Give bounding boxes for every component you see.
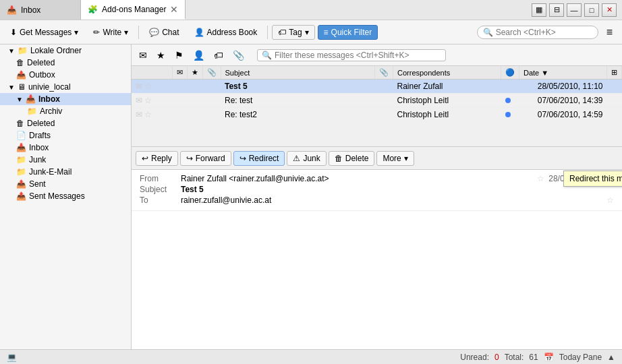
to-star-icon[interactable]: ☆	[606, 195, 614, 205]
from-label: From	[140, 174, 177, 183]
col-header-read[interactable]: ✉	[172, 66, 187, 80]
sidebar-label-outbox: Outbox	[29, 70, 55, 80]
layout-btn[interactable]: ⊟	[549, 3, 564, 17]
app-menu-button[interactable]: ≡	[601, 24, 618, 40]
sidebar-label-sent: Sent	[29, 179, 46, 189]
sidebar-item-junk-email[interactable]: 📁 Junk-E-Mail	[0, 166, 131, 178]
sidebar-item-junk[interactable]: 📁 Junk	[0, 154, 131, 166]
msg-toolbar-flag-icon[interactable]: ⚑	[171, 48, 187, 63]
sidebar-item-lokale-ordner[interactable]: ▼ 📁 Lokale Ordner	[0, 44, 131, 57]
msg-toolbar-tag2-icon[interactable]: 🏷	[210, 48, 227, 63]
msg-from-row: From Rainer Zufall <rainer.zufall@univie…	[140, 174, 614, 183]
forward-button[interactable]: ↪ Forward	[180, 151, 231, 166]
row-correspondent[interactable]: Christoph Leitl	[393, 108, 501, 122]
minimize-btn[interactable]: —	[567, 3, 582, 17]
inbox-folder-icon: 📥	[26, 94, 36, 104]
outbox-icon: 📤	[16, 70, 26, 80]
table-row[interactable]: ✉ ☆ Test 5 Rainer Zufall 28/05/2010, 11:…	[132, 80, 622, 94]
col-header-star[interactable]: ★	[187, 66, 202, 80]
col-header-correspondent[interactable]: Correspondents	[393, 66, 501, 80]
row-attach-status	[202, 94, 221, 108]
grid-view-btn[interactable]: ▦	[532, 3, 546, 17]
today-pane-icon: 📅	[544, 353, 554, 362]
col-header-attach[interactable]: 📎	[202, 66, 221, 80]
toolbar-sep-1	[138, 26, 139, 39]
tag-button[interactable]: 🏷 Tag ▾	[272, 25, 314, 40]
table-row[interactable]: ✉ ☆ Re: test2 Christoph Leitl 07/06/2010…	[132, 108, 622, 122]
row-star-icon[interactable]: ☆	[144, 96, 152, 105]
sidebar-item-univie-local[interactable]: ▼ 🖥 univie_local	[0, 81, 131, 93]
row-star-icon[interactable]: ☆	[144, 110, 152, 119]
get-messages-label: Get Messages	[20, 28, 72, 37]
forward-icon: ↪	[186, 154, 193, 163]
sidebar-label-univie-local: univie_local	[28, 82, 71, 92]
row-subject[interactable]: Test 5	[221, 80, 375, 94]
search-input[interactable]	[496, 28, 584, 37]
row-star-icon[interactable]: ☆	[144, 82, 152, 91]
address-book-button[interactable]: 👤 Address Book	[188, 25, 264, 40]
from-star-icon[interactable]: ☆	[537, 174, 544, 183]
sidebar-item-sent-messages[interactable]: 📤 Sent Messages	[0, 190, 131, 202]
sidebar-item-drafts[interactable]: 📄 Drafts	[0, 129, 131, 142]
col-header-extra[interactable]: ⊞	[607, 66, 622, 80]
close-btn[interactable]: ✕	[602, 3, 617, 17]
univie-account-icon: 🖥	[18, 82, 26, 92]
filter-icon: ≡	[324, 28, 329, 37]
today-pane-label[interactable]: Today Pane	[559, 353, 602, 362]
row-date: 28/05/2010, 11:10	[519, 80, 607, 94]
tab-inbox[interactable]: 📥 Inbox	[0, 0, 81, 20]
more-button[interactable]: More ▾	[376, 151, 414, 166]
col-header-subject[interactable]: Subject	[221, 66, 375, 80]
delete-icon: 🗑	[335, 154, 343, 163]
col-header-dot[interactable]: 🔵	[501, 66, 519, 80]
msg-toolbar-person-icon[interactable]: 👤	[190, 48, 208, 63]
sidebar-item-inbox[interactable]: ▼ 📥 Inbox	[0, 93, 131, 105]
get-messages-arrow[interactable]: ▾	[74, 28, 78, 37]
deleted-icon: 🗑	[16, 119, 24, 128]
row-subject[interactable]: Re: test	[221, 94, 375, 108]
row-flags: ✉ ☆	[132, 80, 172, 94]
msg-toolbar-star-icon[interactable]: ★	[153, 48, 169, 63]
sidebar-item-inbox2[interactable]: 📥 Inbox	[0, 142, 131, 154]
chat-label: Chat	[162, 28, 179, 37]
total-label: Total:	[505, 353, 524, 362]
statusbar-right: Unread: 0 Total: 61 📅 Today Pane ▲	[460, 353, 615, 362]
sent-icon: 📤	[16, 179, 26, 189]
reply-button[interactable]: ↩ Reply	[136, 151, 178, 166]
col-header-date[interactable]: Date ▼	[519, 66, 607, 80]
maximize-btn[interactable]: □	[584, 3, 599, 17]
row-subject[interactable]: Re: test2	[221, 108, 375, 122]
row-correspondent[interactable]: Rainer Zufall	[393, 80, 501, 94]
get-messages-button[interactable]: ⬇ Get Messages ▾	[4, 25, 84, 40]
quick-filter-button[interactable]: ≡ Quick Filter	[318, 25, 378, 40]
tag-arrow[interactable]: ▾	[305, 28, 309, 37]
msg-toolbar-attach-icon[interactable]: 📎	[229, 48, 248, 63]
close-tab-icon[interactable]: ✕	[170, 4, 178, 15]
col-header-attach2[interactable]: 📎	[375, 66, 393, 80]
redirect-button[interactable]: ↪ Redirect	[233, 151, 285, 166]
table-row[interactable]: ✉ ☆ Re: test Christoph Leitl 07/06/2010,…	[132, 94, 622, 108]
chat-button[interactable]: 💬 Chat	[143, 25, 185, 40]
row-correspondent[interactable]: Christoph Leitl	[393, 94, 501, 108]
search-box[interactable]: 🔍	[477, 26, 598, 39]
redirect-tooltip: Redirect this message	[563, 171, 622, 187]
message-filter-box[interactable]: 🔍	[257, 49, 446, 61]
write-arrow[interactable]: ▾	[124, 28, 128, 37]
msg-toolbar-read-icon[interactable]: ✉	[136, 48, 150, 63]
junk-button[interactable]: ⚠ Junk	[287, 151, 326, 166]
sidebar-item-deleted[interactable]: 🗑 Deleted	[0, 117, 131, 129]
tab-addons[interactable]: 🧩 Add-ons Manager ✕	[81, 0, 186, 20]
message-filter-input[interactable]	[275, 51, 441, 60]
today-pane-arrow[interactable]: ▲	[607, 353, 615, 362]
sidebar-item-sent[interactable]: 📤 Sent	[0, 178, 131, 190]
row-unread-dot	[501, 94, 519, 108]
row-flags: ✉ ☆	[132, 108, 172, 122]
sidebar-item-deleted-root[interactable]: 🗑 Deleted	[0, 57, 131, 69]
sidebar-item-outbox[interactable]: 📤 Outbox	[0, 69, 131, 81]
inbox-tab-icon: 📥	[7, 5, 17, 15]
col-header-flags[interactable]	[132, 66, 172, 80]
sidebar-item-archiv[interactable]: 📁 Archiv	[0, 105, 131, 117]
write-button[interactable]: ✏ Write ▾	[87, 25, 134, 40]
address-book-label: Address Book	[207, 28, 258, 37]
delete-button[interactable]: 🗑 Delete	[329, 151, 375, 166]
